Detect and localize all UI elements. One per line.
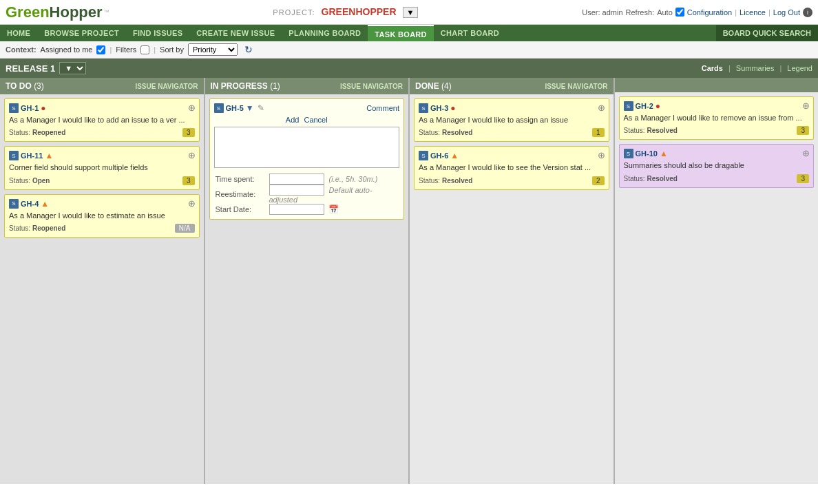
card-gh6-header: S GH-6 ▲ ⊕ xyxy=(419,151,605,160)
time-icon-gh2[interactable]: ⊕ xyxy=(802,101,810,111)
start-date-input[interactable] xyxy=(269,204,324,215)
legend-link[interactable]: Legend xyxy=(787,64,812,72)
edit-icon-gh5[interactable]: ✎ xyxy=(258,103,264,113)
project-name: GREENHOPPER xyxy=(322,6,397,17)
col-title-done: DONE (4) xyxy=(415,81,452,91)
priority-icon-gh11: ▲ xyxy=(45,151,53,160)
card-id-gh2[interactable]: GH-2 xyxy=(636,102,653,110)
card-desc-gh3: As a Manager I would like to assign an i… xyxy=(419,115,605,125)
nav-item-task[interactable]: TASK BOARD xyxy=(368,25,434,41)
calendar-icon[interactable]: 📅 xyxy=(328,204,339,214)
nav-item-chart[interactable]: CHART BOARD xyxy=(434,25,506,41)
card-type-icon-gh10: S xyxy=(624,149,633,158)
card-points-gh2: 3 xyxy=(797,126,809,135)
info-icon[interactable]: i xyxy=(803,8,812,17)
priority-icon-gh1: ● xyxy=(41,103,45,113)
col-body-done-left: S GH-3 ● ⊕ As a Manager I would like to … xyxy=(410,94,614,484)
logo-hopper: Hopper xyxy=(50,3,103,21)
card-gh11: S GH-11 ▲ ⊕ Corner field should support … xyxy=(4,146,200,189)
time-hint: (i.e., 5h. 30m.) xyxy=(329,175,378,183)
time-icon-gh10[interactable]: ⊕ xyxy=(802,148,810,158)
issue-nav-todo[interactable]: Issue Navigator xyxy=(135,83,198,90)
user-label: User: admin xyxy=(582,8,622,17)
card-desc-gh1: As a Manager I would like to add an issu… xyxy=(9,115,195,125)
logout-link[interactable]: Log Out xyxy=(773,8,800,17)
card-status-gh3: Status: Resolved xyxy=(419,129,472,136)
col-title-inprogress: IN PROGRESS (1) xyxy=(211,81,280,91)
col-body-todo: S GH-1 ● ⊕ As a Manager I would like to … xyxy=(0,94,204,484)
filters-checkbox[interactable] xyxy=(140,45,149,54)
card-id-gh1[interactable]: GH-1 xyxy=(21,104,39,112)
comment-link-gh5[interactable]: Comment xyxy=(366,104,399,112)
time-icon-gh3[interactable]: ⊕ xyxy=(598,103,605,113)
card-type-icon-gh3: S xyxy=(419,103,428,113)
card-gh6: S GH-6 ▲ ⊕ As a Manager I would like to … xyxy=(414,146,609,189)
col-header-done-right: Issue Navigator xyxy=(615,78,819,92)
context-bar: Context: Assigned to me | Filters | Sort… xyxy=(0,41,818,59)
card-type-icon-gh4: S xyxy=(9,199,19,209)
nav-item-find[interactable]: FIND ISSUES xyxy=(126,25,189,41)
time-spent-row: Time spent: (i.e., 5h. 30m.) xyxy=(214,174,400,185)
sort-by-select[interactable]: Priority Status Assignee xyxy=(188,43,238,56)
time-spent-input[interactable] xyxy=(269,174,324,185)
nav-item-planning[interactable]: PLANNING BOARD xyxy=(282,25,368,41)
refresh-checkbox[interactable] xyxy=(675,8,684,17)
card-id-gh11[interactable]: GH-11 xyxy=(21,151,43,160)
start-date-label: Start Date: xyxy=(214,204,269,215)
reestimate-input[interactable] xyxy=(269,185,324,196)
card-status-gh11: Status: Open xyxy=(9,177,50,185)
column-done-right: Issue Navigator S GH-2 ● ⊕ As a Manager … xyxy=(615,78,819,484)
card-id-gh4[interactable]: GH-4 xyxy=(21,200,39,208)
time-icon-gh4[interactable]: ⊕ xyxy=(188,198,196,209)
priority-icon-gh2: ● xyxy=(656,101,660,111)
time-icon-gh6[interactable]: ⊕ xyxy=(598,150,605,160)
project-dropdown-btn[interactable]: ▼ xyxy=(403,7,419,18)
col-body-inprogress: S GH-5 ▼ ✎ Comment Add Cancel Time spent… xyxy=(205,94,409,484)
reestimate-label: Reestimate: xyxy=(214,185,269,204)
card-id-gh6[interactable]: GH-6 xyxy=(430,151,448,160)
card-points-gh4: N/A xyxy=(175,224,195,233)
card-status-gh4: Status: Reopened xyxy=(9,224,65,232)
config-link[interactable]: Configuration xyxy=(687,8,732,17)
nav-item-home[interactable]: HOME xyxy=(0,25,37,41)
nav-item-browse[interactable]: BROWSE PROJECT xyxy=(37,25,126,41)
sep2: | xyxy=(768,8,770,17)
filters-label: Filters xyxy=(116,45,136,54)
refresh-mode: Auto xyxy=(657,8,673,17)
column-todo: TO DO (3) Issue Navigator S GH-1 ● ⊕ As … xyxy=(0,78,205,484)
col-body-done-right: S GH-2 ● ⊕ As a Manager I would like to … xyxy=(615,92,819,484)
card-gh2: S GH-2 ● ⊕ As a Manager I would like to … xyxy=(619,96,815,140)
priority-icon-gh4: ▲ xyxy=(41,199,49,209)
project-label: PROJECT: xyxy=(273,8,315,17)
column-done-left: DONE (4) Issue Navigator S GH-3 ● ⊕ As a… xyxy=(410,78,615,484)
licence-link[interactable]: Licence xyxy=(740,8,766,17)
cards-link[interactable]: Cards xyxy=(702,64,723,72)
card-desc-gh2: As a Manager I would like to remove an i… xyxy=(624,113,810,123)
card-id-gh3[interactable]: GH-3 xyxy=(430,104,448,112)
add-link[interactable]: Add xyxy=(286,116,300,124)
time-icon-gh11[interactable]: ⊕ xyxy=(188,150,196,160)
release-dropdown[interactable]: ▼ xyxy=(59,62,86,74)
summaries-link[interactable]: Summaries xyxy=(736,64,775,72)
nav-item-create[interactable]: CREATE NEW ISSUE xyxy=(189,25,282,41)
comment-textarea[interactable] xyxy=(214,127,400,168)
time-spent-label: Time spent: xyxy=(214,174,269,185)
sort-by-label: Sort by xyxy=(160,45,184,54)
card-desc-gh6: As a Manager I would like to see the Ver… xyxy=(419,162,605,173)
cancel-link[interactable]: Cancel xyxy=(304,116,327,124)
card-gh10-header: S GH-10 ▲ ⊕ xyxy=(624,149,810,158)
issue-nav-inprogress[interactable]: Issue Navigator xyxy=(340,83,403,90)
logo-sub: ™ xyxy=(104,9,109,15)
app-header: Green Hopper ™ PROJECT: GREENHOPPER ▼ Us… xyxy=(0,0,818,25)
assigned-to-me-checkbox[interactable] xyxy=(96,45,105,54)
card-desc-gh4: As a Manager I would like to estimate an… xyxy=(9,211,195,221)
card-id-gh5[interactable]: GH-5 xyxy=(226,104,244,112)
refresh-arrow-icon[interactable]: ↻ xyxy=(244,44,253,55)
card-id-gh10[interactable]: GH-10 xyxy=(636,149,658,158)
sep4: | xyxy=(154,45,156,54)
issue-nav-done[interactable]: Issue Navigator xyxy=(545,83,607,90)
card-footer-gh10: Status: Resolved 3 xyxy=(624,174,810,183)
card-footer-gh4: Status: Reopened N/A xyxy=(9,224,195,233)
time-icon-gh1[interactable]: ⊕ xyxy=(188,103,196,113)
priority-icon-gh10: ▲ xyxy=(660,149,668,158)
